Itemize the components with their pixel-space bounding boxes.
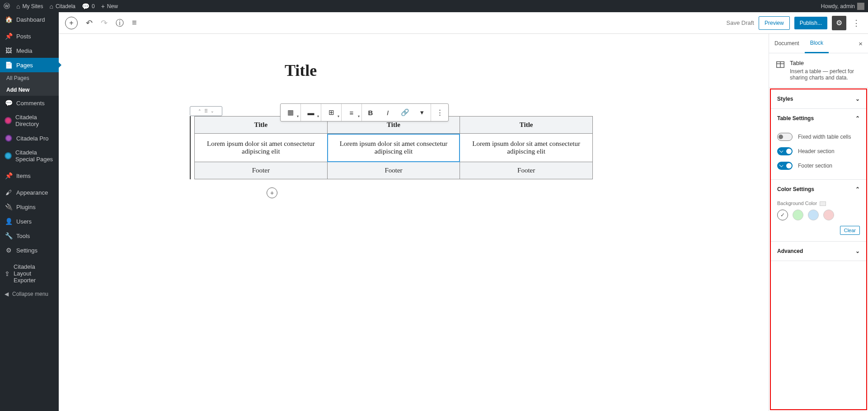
sidebar-item-pages[interactable]: 📄Pages bbox=[0, 58, 59, 72]
bold-button[interactable]: B bbox=[362, 104, 379, 121]
fixed-width-toggle[interactable] bbox=[777, 133, 793, 141]
advanced-section-header[interactable]: Advanced⌄ bbox=[771, 242, 866, 261]
preview-button[interactable]: Preview bbox=[759, 16, 790, 30]
chevron-up-icon: ⌃ bbox=[855, 186, 860, 192]
chevron-down-icon: ▾ bbox=[358, 114, 360, 118]
collapse-menu[interactable]: ◀Collapse menu bbox=[0, 287, 59, 301]
editor-canvas[interactable]: Title ⌃ ⠿ ⌄ ▦▾ ▬▾ bbox=[59, 34, 769, 411]
table-header-cell[interactable]: Title bbox=[460, 117, 593, 134]
settings-button[interactable]: ⚙ bbox=[832, 16, 846, 30]
table-footer-cell[interactable]: Footer bbox=[195, 162, 328, 179]
table-cell[interactable]: Lorem ipsum dolor sit amet consectetur a… bbox=[327, 134, 460, 162]
plug-icon: 🔌 bbox=[5, 203, 13, 210]
citadela-icon bbox=[5, 135, 13, 142]
outline-button[interactable]: ≡ bbox=[132, 18, 137, 28]
sidebar-item-tools[interactable]: 🔧Tools bbox=[0, 229, 59, 243]
sidebar-item-appearance[interactable]: 🖌Appearance bbox=[0, 185, 59, 200]
text-align-button[interactable]: ≡▾ bbox=[342, 104, 361, 121]
redo-button[interactable]: ↷ bbox=[101, 18, 108, 28]
footer-section-toggle[interactable] bbox=[777, 162, 793, 170]
avatar bbox=[857, 3, 864, 10]
close-settings-button[interactable]: × bbox=[853, 40, 868, 47]
page-title[interactable]: Title bbox=[285, 61, 593, 80]
sidebar-item-items[interactable]: 📌Items bbox=[0, 168, 59, 183]
undo-button[interactable]: ↶ bbox=[86, 18, 93, 28]
highlighted-settings: Styles⌄ Table Settings⌃ Fixed width tabl… bbox=[770, 89, 867, 410]
sidebar-item-settings[interactable]: ⚙Settings bbox=[0, 243, 59, 257]
table-footer-cell[interactable]: Footer bbox=[460, 162, 593, 179]
section-title: Advanced bbox=[777, 248, 803, 254]
dashboard-icon: 🏠 bbox=[5, 16, 13, 23]
export-icon: ⇪ bbox=[5, 270, 10, 277]
sub-add-new[interactable]: Add New bbox=[0, 84, 59, 96]
settings-panel: Document Block × Table Insert a table — … bbox=[769, 34, 868, 411]
sub-all-pages[interactable]: All Pages bbox=[0, 72, 59, 84]
kebab-icon: ⋮ bbox=[852, 18, 860, 28]
my-sites-link[interactable]: ⌂My Sites bbox=[16, 3, 43, 10]
toggle-label: Footer section bbox=[798, 163, 832, 169]
sidebar-item-posts[interactable]: 📌Posts bbox=[0, 29, 59, 43]
comments-link[interactable]: 💬0 bbox=[82, 3, 95, 10]
sidebar-item-users[interactable]: 👤Users bbox=[0, 214, 59, 229]
chevron-down-icon: ▾ bbox=[420, 108, 424, 117]
close-icon: × bbox=[859, 40, 863, 47]
more-options-button[interactable]: ⋮ bbox=[851, 18, 862, 28]
styles-section-header[interactable]: Styles⌄ bbox=[771, 89, 866, 108]
tab-block[interactable]: Block bbox=[805, 34, 829, 53]
add-block-button[interactable]: + bbox=[65, 17, 78, 29]
home-icon: ⌂ bbox=[16, 3, 20, 10]
site-name-link[interactable]: ⌂Citadela bbox=[49, 3, 75, 10]
table-settings-section-header[interactable]: Table Settings⌃ bbox=[771, 109, 866, 128]
sidebar-label: Media bbox=[16, 47, 32, 54]
tab-document[interactable]: Document bbox=[769, 34, 805, 52]
chevron-down-icon: ⌄ bbox=[211, 109, 214, 113]
pin-icon: 📌 bbox=[5, 33, 13, 40]
citadela-icon bbox=[5, 117, 12, 124]
link-button[interactable]: 🔗 bbox=[396, 104, 413, 121]
sidebar-item-comments[interactable]: 💬Comments bbox=[0, 96, 59, 110]
sidebar-item-citadela-directory[interactable]: Citadela Directory bbox=[0, 110, 59, 131]
toggle-label: Fixed width table cells bbox=[798, 134, 851, 140]
bg-color-preview bbox=[820, 201, 826, 206]
sidebar-label: Citadela Pro bbox=[16, 135, 49, 142]
link-icon: 🔗 bbox=[401, 108, 409, 117]
table-footer-cell[interactable]: Footer bbox=[327, 162, 460, 179]
clear-color-button[interactable]: Clear bbox=[840, 226, 860, 235]
my-sites-label: My Sites bbox=[22, 3, 43, 9]
publish-button[interactable]: Publish... bbox=[794, 17, 827, 29]
block-more-options[interactable]: ⋮ bbox=[431, 104, 448, 121]
wp-logo[interactable]: ⓦ bbox=[4, 2, 10, 10]
block-title: Table bbox=[790, 60, 862, 66]
color-swatch-green[interactable] bbox=[793, 210, 803, 220]
new-label: New bbox=[107, 3, 118, 9]
sidebar-item-citadela-pro[interactable]: Citadela Pro bbox=[0, 131, 59, 145]
header-section-toggle[interactable] bbox=[777, 147, 793, 155]
sidebar-item-dashboard[interactable]: 🏠Dashboard bbox=[0, 12, 59, 27]
table-icon bbox=[775, 60, 785, 70]
sidebar-item-citadela-special[interactable]: Citadela Special Pages bbox=[0, 145, 59, 166]
color-settings-section-header[interactable]: Color Settings⌃ bbox=[771, 180, 866, 199]
color-swatch-pink[interactable] bbox=[823, 210, 834, 220]
color-swatch-white[interactable] bbox=[777, 210, 788, 220]
italic-button[interactable]: I bbox=[379, 104, 396, 121]
info-button[interactable]: ⓘ bbox=[116, 18, 124, 28]
sidebar-item-plugins[interactable]: 🔌Plugins bbox=[0, 200, 59, 214]
account-link[interactable]: Howdy, admin bbox=[821, 3, 864, 10]
change-block-type-button[interactable]: ▦▾ bbox=[281, 104, 300, 121]
new-link[interactable]: +New bbox=[101, 3, 118, 10]
add-block-below-button[interactable]: + bbox=[267, 187, 277, 198]
block-mover-toolbar[interactable]: ⌃ ⠿ ⌄ bbox=[190, 106, 222, 116]
table-cell[interactable]: Lorem ipsum dolor sit amet consectetur a… bbox=[195, 134, 328, 162]
content-table[interactable]: Title Title Title Lorem ipsum dolor sit … bbox=[194, 116, 593, 179]
speech-bubble-icon: 💬 bbox=[5, 99, 13, 107]
edit-table-button[interactable]: ⊞▾ bbox=[321, 104, 341, 121]
color-swatch-blue[interactable] bbox=[808, 210, 819, 220]
align-button[interactable]: ▬▾ bbox=[301, 104, 321, 121]
sidebar-item-media[interactable]: 🖼Media bbox=[0, 43, 59, 58]
chevron-down-icon: ▾ bbox=[297, 114, 299, 118]
sidebar-item-citadela-layout[interactable]: ⇪Citadela Layout Exporter bbox=[0, 260, 59, 287]
gear-icon: ⚙ bbox=[836, 19, 842, 27]
table-cell[interactable]: Lorem ipsum dolor sit amet consectetur a… bbox=[460, 134, 593, 162]
save-draft-button[interactable]: Save Draft bbox=[727, 19, 754, 26]
more-rich-text-button[interactable]: ▾ bbox=[413, 104, 431, 121]
